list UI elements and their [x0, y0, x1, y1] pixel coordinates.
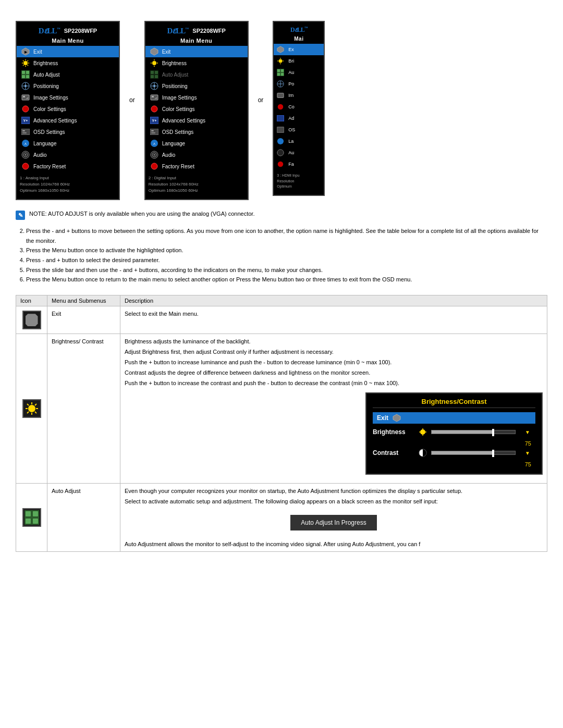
osd-item-exit-2[interactable]: Exit — [145, 46, 248, 57]
tbl-exit-inner — [26, 314, 38, 326]
svg-rect-13 — [26, 71, 29, 74]
osd-item-auto-adjust-2[interactable]: Auto Adjust — [145, 69, 248, 80]
osd-item-label-audio-1: Audio — [33, 152, 47, 158]
osd-item-osd-2[interactable]: OSD Settings — [145, 126, 248, 138]
color-icon-1 — [21, 104, 30, 114]
auto-adjust-icon-1 — [21, 70, 30, 79]
osd-item-osd-1[interactable]: OSD Settings — [17, 126, 119, 138]
osd-settings-icon-2 — [150, 127, 159, 137]
osd-item-audio-2[interactable]: Audio — [145, 149, 248, 161]
osd-item-label-osd-2: OSD Settings — [162, 129, 194, 135]
instruction-item: Press the Menu button once to return to … — [26, 275, 547, 285]
advanced-icon-2: Y+ — [150, 116, 159, 125]
osd-item-ad-3[interactable]: Ad — [274, 113, 324, 124]
osd-title-2: Main Menu — [145, 38, 248, 44]
tbl-brightness-icon — [22, 399, 41, 418]
image-icon-3 — [276, 91, 285, 100]
osd-item-audio-1[interactable]: Audio — [17, 149, 119, 161]
osd-item-image-1[interactable]: Image Settings — [17, 92, 119, 103]
bc-contrast-icon — [419, 449, 427, 457]
tbl-auto-icon — [22, 508, 41, 527]
osd-header-2: DɛLL SP2208WFP — [145, 26, 248, 35]
osd-item-brightness-1[interactable]: Brightness — [17, 57, 119, 69]
osd-header-3: DɛLL — [274, 26, 324, 34]
osd-item-label-brightness-1: Brightness — [33, 60, 58, 66]
monitors-row: DɛLL SP2208WFP Main Menu ▶ Exit Brightne… — [16, 21, 547, 200]
osd-item-factory-2[interactable]: Factory Reset — [145, 161, 248, 172]
bc-contrast-number: 75 — [373, 461, 535, 467]
osd-item-label-lang-1: Language — [33, 141, 57, 146]
osd-item-exit-1[interactable]: ▶ Exit — [17, 46, 119, 57]
osd-item-exit-3[interactable]: Ex — [274, 44, 324, 55]
svg-point-19 — [25, 85, 27, 87]
osd-item-factory-1[interactable]: Factory Reset — [17, 161, 119, 172]
osd-item-label-exit-1: Exit — [33, 49, 42, 55]
audio-icon-3 — [276, 148, 285, 157]
desc-exit: Select to exit the Main menu. — [120, 306, 547, 334]
bc-brightness-slider[interactable] — [431, 430, 516, 434]
osd-item-po-3[interactable]: Po — [274, 78, 324, 90]
osd-item-label-exit-2: Exit — [162, 49, 171, 55]
exit-icon-2 — [150, 47, 159, 56]
osd-item-label-pos-1: Positioning — [33, 83, 59, 89]
instruction-item: Press the slide bar and then use the - a… — [26, 265, 547, 275]
bc-contrast-row: Contrast ▼ — [373, 449, 535, 457]
svg-rect-107 — [33, 519, 38, 524]
osd-item-advanced-1[interactable]: Y+ Advanced Settings — [17, 115, 119, 126]
osd-item-auto-adjust-1[interactable]: Auto Adjust — [17, 69, 119, 80]
osd-item-co-3[interactable]: Co — [274, 101, 324, 113]
svg-point-2 — [23, 61, 28, 65]
svg-marker-86 — [29, 317, 35, 323]
svg-point-83 — [277, 138, 284, 144]
factory-icon-1 — [21, 162, 30, 171]
osd-item-positioning-2[interactable]: Positioning — [145, 80, 248, 92]
svg-point-84 — [277, 150, 284, 156]
osd-title-1: Main Menu — [17, 38, 119, 44]
bc-brightness-number: 75 — [373, 440, 535, 447]
osd-item-la-3[interactable]: La — [274, 135, 324, 147]
language-icon-2: A — [150, 139, 159, 148]
note-icon: ✎ — [16, 211, 25, 220]
osd-item-advanced-2[interactable]: Y+ Advanced Settings — [145, 115, 248, 126]
osd-item-positioning-1[interactable]: Positioning — [17, 80, 119, 92]
table-row-exit: Exit Select to exit the Main menu. — [16, 306, 547, 334]
osd-item-color-2[interactable]: Color Settings — [145, 103, 248, 115]
factory-icon-2 — [150, 162, 159, 171]
bc-contrast-slider[interactable] — [431, 451, 516, 455]
model-name-2: SP2208WFP — [192, 28, 226, 34]
table-header-icon: Icon — [16, 295, 47, 306]
auto-adjust-progress-box: Auto Adjust In Progress — [290, 515, 376, 530]
osd-item-language-2[interactable]: A Language — [145, 138, 248, 149]
dell-logo-2: DɛLL — [167, 26, 188, 35]
svg-rect-58 — [151, 132, 155, 133]
bc-contrast-fill — [432, 451, 494, 454]
svg-rect-45 — [155, 75, 158, 78]
svg-rect-15 — [26, 75, 29, 78]
osd-item-brightness-2[interactable]: Brightness — [145, 57, 248, 69]
svg-line-94 — [35, 404, 36, 405]
osd-item-os-3[interactable]: OS — [274, 124, 324, 135]
osd-item-bri-3[interactable]: Bri — [274, 55, 324, 67]
instruction-item: Press the Menu button once to activate t… — [26, 245, 547, 255]
svg-point-49 — [153, 85, 155, 87]
osd-item-language-1[interactable]: A Language — [17, 138, 119, 149]
svg-rect-106 — [26, 519, 31, 524]
svg-rect-26 — [21, 129, 30, 135]
svg-rect-21 — [23, 96, 25, 97]
svg-text:A: A — [153, 142, 155, 145]
osd-item-im-3[interactable]: Im — [274, 90, 324, 101]
svg-point-87 — [28, 405, 35, 412]
osd-item-au2-3[interactable]: Au — [274, 147, 324, 158]
osd-item-image-2[interactable]: Image Settings — [145, 92, 248, 103]
auto-icon-3 — [276, 68, 285, 77]
menu-name-brightness: Brightness/ Contrast — [47, 334, 120, 484]
note-section: ✎ NOTE: AUTO ADJUST is only available wh… — [16, 211, 547, 220]
osd-item-au-3[interactable]: Au — [274, 67, 324, 78]
lang-icon-3 — [276, 137, 285, 146]
osd-item-color-1[interactable]: Color Settings — [17, 103, 119, 115]
bc-exit-row[interactable]: Exit — [373, 412, 535, 424]
color-icon-2 — [150, 104, 159, 114]
brightness-icon-3 — [276, 56, 285, 66]
bc-brightness-row: Brightness ▼ — [373, 428, 535, 436]
osd-item-fa-3[interactable]: Fa — [274, 158, 324, 170]
